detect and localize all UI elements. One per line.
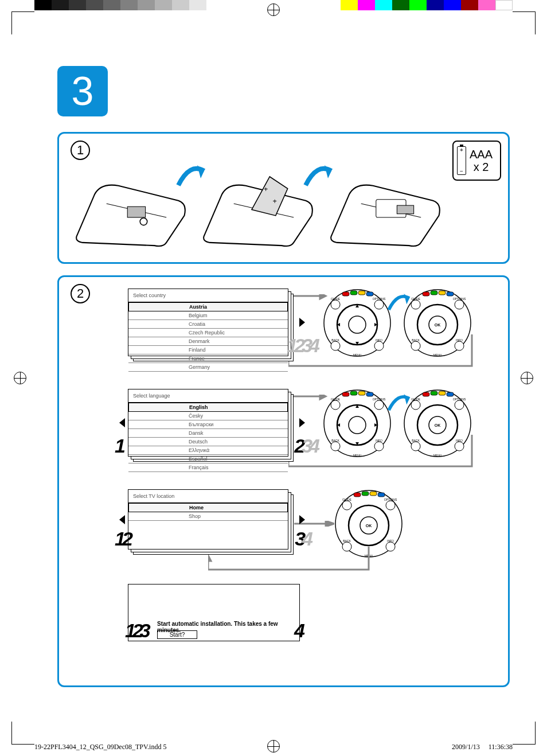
menu-item: Denmark [128, 337, 288, 346]
location-select-group: Select TV location HomeShop 12 34 GUIDE [128, 489, 499, 570]
menu-item: Español [128, 455, 288, 463]
country-select-group: Select country AustriaBelgiumCroatiaCzec… [128, 289, 499, 369]
footer-time: 11:36:38 [489, 743, 513, 751]
battery-type: AAA [470, 148, 493, 161]
step-ghost-num: 2 [132, 619, 140, 642]
menu-item: Dansk [128, 429, 288, 438]
remote-illustration [71, 151, 190, 256]
menu-item: Finland [128, 346, 288, 354]
language-select-group: Select language EnglishČeskyБългарскиDan… [128, 389, 499, 469]
footer-date: 2009/1/13 [452, 743, 480, 751]
step-ghost-num: 4 [302, 528, 310, 550]
menu-item: Germany [128, 363, 288, 372]
menu-item: English [128, 403, 288, 412]
step-ghost-num: 1 [125, 619, 132, 642]
menu-item: Deutsch [128, 438, 288, 446]
step-1-panel: 1 + − AAA x 2 + [57, 132, 510, 264]
menu-item: France [128, 354, 288, 363]
remote-battery-diagram: + + [71, 151, 445, 256]
crop-mark [11, 11, 34, 34]
step-ghost-num: 1 [287, 334, 294, 357]
menu-item: Czech Republic [128, 329, 288, 337]
crop-mark [11, 722, 34, 745]
footer-filename: 19-22PFL3404_12_QSG_09Dec08_TPV.indd 5 [34, 743, 166, 751]
language-menu: Select language EnglishČeskyБългарскиDan… [128, 389, 288, 457]
svg-point-80 [386, 501, 395, 510]
svg-rect-78 [378, 493, 385, 497]
menu-item: Česky [128, 412, 288, 420]
arrow-icon [303, 162, 337, 191]
step-ghost-num: 4 [309, 435, 317, 457]
step-ghost-num: 2 [294, 435, 302, 457]
step-ghost-num: 3 [302, 334, 309, 357]
step-ghost-num: 2 [294, 334, 302, 357]
svg-text:OK: OK [366, 524, 372, 528]
nav-left-icon [119, 515, 125, 524]
menu-item: Български [128, 420, 288, 429]
crop-mark [513, 722, 536, 745]
menu-item: Croatia [128, 320, 288, 329]
svg-rect-77 [370, 492, 377, 496]
registration-mark-icon [14, 372, 26, 384]
step-ghost-num: 1 [115, 528, 122, 550]
svg-text:OPTIONS: OPTIONS [384, 498, 397, 501]
nav-right-icon [299, 318, 305, 327]
svg-point-82 [386, 542, 395, 551]
step-ghost-num: 2 [122, 528, 130, 550]
svg-rect-76 [362, 492, 369, 496]
chapter-number-badge: 3 [57, 66, 108, 116]
svg-text:GUIDE: GUIDE [342, 498, 352, 501]
svg-point-79 [342, 501, 351, 510]
svg-rect-0 [127, 206, 145, 217]
battery-qty: x 2 [474, 161, 489, 173]
nav-right-icon [299, 515, 305, 524]
svg-text:BACK: BACK [343, 539, 351, 543]
svg-text:+: + [264, 185, 268, 193]
step-ghost-num: 3 [140, 619, 147, 642]
step-number: 2 [71, 284, 90, 303]
battery-plus: + [460, 147, 463, 153]
svg-rect-5 [397, 205, 413, 214]
step-ghost-num: 3 [295, 528, 302, 550]
battery-icon: + − [457, 146, 466, 175]
remote-illustration: + + [198, 151, 318, 256]
menu-item: Home [128, 503, 288, 512]
svg-text:+: + [273, 197, 277, 205]
country-menu: Select country AustriaBelgiumCroatiaCzec… [128, 289, 288, 356]
step-ghost-num: 3 [302, 435, 309, 457]
step-2-panel: 2 Select country AustriaBelgiumCroatiaCz… [57, 275, 510, 687]
menu-item: Shop [128, 512, 288, 521]
auto-install-group: Start automatic installation. This takes… [128, 584, 499, 647]
nav-left-icon [119, 418, 125, 427]
menu-item: Belgium [128, 311, 288, 320]
nav-right-icon [299, 418, 305, 427]
battery-spec-label: + − AAA x 2 [452, 141, 501, 181]
page-content: 3 1 + − AAA x 2 [34, 34, 513, 722]
registration-mark-icon [267, 3, 280, 16]
menu-item: Ελληνικά [128, 446, 288, 455]
registration-mark-icon [521, 372, 533, 384]
battery-minus: − [460, 168, 463, 174]
arrow-icon [175, 162, 210, 191]
crop-mark [513, 11, 536, 34]
menu-item: Austria [128, 302, 288, 311]
install-dialog: Start automatic installation. This takes… [128, 584, 300, 641]
step-ghost-num: 1 [115, 435, 122, 457]
install-start-button: Start? [157, 630, 197, 639]
step-ghost-num: 4 [309, 334, 317, 357]
location-menu: Select TV location HomeShop 12 34 [128, 489, 288, 550]
menu-title: Select TV location [133, 493, 187, 499]
svg-rect-75 [354, 493, 361, 497]
page-footer: 19-22PFL3404_12_QSG_09Dec08_TPV.indd 5 2… [34, 743, 513, 751]
menu-item: Français [128, 463, 288, 472]
svg-text:INFO: INFO [387, 539, 394, 543]
menu-title: Select country [133, 293, 187, 298]
menu-title: Select language [133, 393, 187, 399]
remote-illustration [325, 151, 445, 256]
step-ghost-num: 4 [294, 619, 302, 642]
